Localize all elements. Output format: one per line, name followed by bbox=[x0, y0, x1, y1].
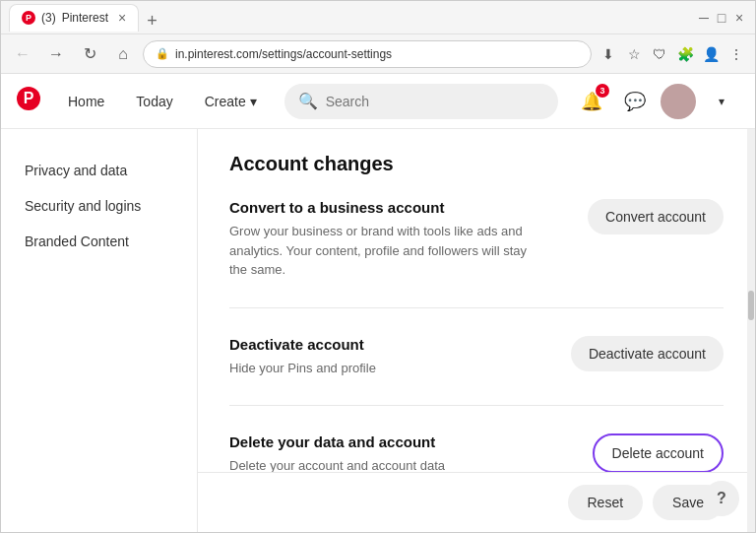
delete-section-title: Delete your data and account bbox=[229, 433, 544, 450]
delete-section: Delete your data and account Delete your… bbox=[229, 433, 724, 472]
page-title: Account changes bbox=[229, 153, 724, 175]
extension-icon[interactable]: 🧩 bbox=[674, 43, 696, 65]
help-button[interactable]: ? bbox=[704, 481, 739, 516]
sidebar-item-privacy[interactable]: Privacy and data bbox=[1, 153, 197, 188]
search-icon: 🔍 bbox=[298, 92, 318, 110]
url-text: in.pinterest.com/settings/account-settin… bbox=[175, 47, 392, 61]
scrollbar-thumb[interactable] bbox=[748, 291, 754, 320]
convert-section-action: Convert account bbox=[588, 199, 724, 234]
title-bar: (3) Pinterest × + ─ □ × bbox=[1, 1, 755, 34]
reload-button[interactable]: ↻ bbox=[76, 40, 103, 68]
pinterest-logo: P bbox=[17, 87, 40, 116]
address-bar[interactable]: 🔒 in.pinterest.com/settings/account-sett… bbox=[143, 40, 592, 68]
minimize-button[interactable]: ─ bbox=[696, 10, 712, 26]
deactivate-section-action: Deactivate account bbox=[571, 336, 724, 371]
maximize-button[interactable]: □ bbox=[714, 10, 729, 26]
tab-favicon-icon bbox=[22, 11, 35, 25]
main-content: Account changes Convert to a business ac… bbox=[198, 129, 755, 472]
notification-bell-button[interactable]: 🔔 3 bbox=[574, 84, 609, 119]
nav-links: Home Today Create ▾ bbox=[56, 88, 269, 115]
today-nav-link[interactable]: Today bbox=[124, 88, 184, 115]
new-tab-button[interactable]: + bbox=[139, 11, 165, 32]
footer-bar: Reset Save bbox=[198, 472, 755, 532]
home-button[interactable]: ⌂ bbox=[109, 40, 137, 68]
deactivate-section-title: Deactivate account bbox=[229, 336, 544, 353]
star-icon[interactable]: ☆ bbox=[623, 43, 645, 65]
sidebar: Privacy and data Security and logins Bra… bbox=[1, 129, 198, 532]
svg-text:P: P bbox=[24, 90, 34, 106]
convert-section-desc: Grow your business or brand with tools l… bbox=[229, 222, 544, 280]
tab-close-icon[interactable]: × bbox=[118, 10, 126, 26]
avatar[interactable] bbox=[661, 84, 696, 119]
forward-button[interactable]: → bbox=[42, 40, 70, 68]
deactivate-section-desc: Hide your Pins and profile bbox=[229, 359, 544, 378]
menu-icon[interactable]: ⋮ bbox=[725, 43, 747, 65]
download-icon[interactable]: ⬇ bbox=[598, 43, 619, 65]
tab-count: (3) bbox=[41, 11, 56, 25]
shield-icon[interactable]: 🛡 bbox=[649, 43, 670, 65]
delete-section-text: Delete your data and account Delete your… bbox=[229, 433, 544, 472]
window-controls: ─ □ × bbox=[696, 10, 747, 26]
reset-button[interactable]: Reset bbox=[568, 485, 644, 520]
convert-section: Convert to a business account Grow your … bbox=[229, 199, 724, 308]
scrollbar[interactable] bbox=[747, 129, 755, 532]
close-button[interactable]: × bbox=[731, 10, 747, 26]
header-icons: 🔔 3 💬 ▾ bbox=[574, 84, 739, 119]
search-input[interactable] bbox=[326, 94, 544, 109]
browser-tab[interactable]: (3) Pinterest × bbox=[9, 4, 139, 32]
convert-account-button[interactable]: Convert account bbox=[588, 199, 724, 234]
app-header: P Home Today Create ▾ 🔍 🔔 3 💬 ▾ bbox=[1, 74, 755, 129]
convert-section-title: Convert to a business account bbox=[229, 199, 544, 216]
deactivate-section: Deactivate account Hide your Pins and pr… bbox=[229, 336, 724, 407]
sidebar-item-security[interactable]: Security and logins bbox=[1, 188, 197, 224]
home-nav-link[interactable]: Home bbox=[56, 88, 116, 115]
profile-dropdown-button[interactable]: ▾ bbox=[704, 84, 739, 119]
profile-icon[interactable]: 👤 bbox=[700, 43, 722, 65]
delete-section-action: Delete account bbox=[593, 433, 724, 472]
tab-title: Pinterest bbox=[62, 11, 108, 25]
navigation-bar: ← → ↻ ⌂ 🔒 in.pinterest.com/settings/acco… bbox=[1, 34, 755, 74]
lock-icon: 🔒 bbox=[156, 47, 169, 60]
convert-section-text: Convert to a business account Grow your … bbox=[229, 199, 544, 280]
delete-account-button[interactable]: Delete account bbox=[593, 433, 724, 472]
create-nav-link[interactable]: Create ▾ bbox=[193, 88, 269, 115]
notification-badge: 3 bbox=[596, 84, 609, 98]
toolbar-icons: ⬇ ☆ 🛡 🧩 👤 ⋮ bbox=[598, 43, 747, 65]
deactivate-account-button[interactable]: Deactivate account bbox=[571, 336, 724, 371]
deactivate-section-text: Deactivate account Hide your Pins and pr… bbox=[229, 336, 544, 378]
messages-button[interactable]: 💬 bbox=[617, 84, 653, 119]
sidebar-item-branded[interactable]: Branded Content bbox=[1, 224, 197, 259]
back-button[interactable]: ← bbox=[9, 40, 36, 68]
delete-section-desc: Delete your account and account data bbox=[229, 456, 544, 472]
search-bar[interactable]: 🔍 bbox=[284, 84, 558, 119]
